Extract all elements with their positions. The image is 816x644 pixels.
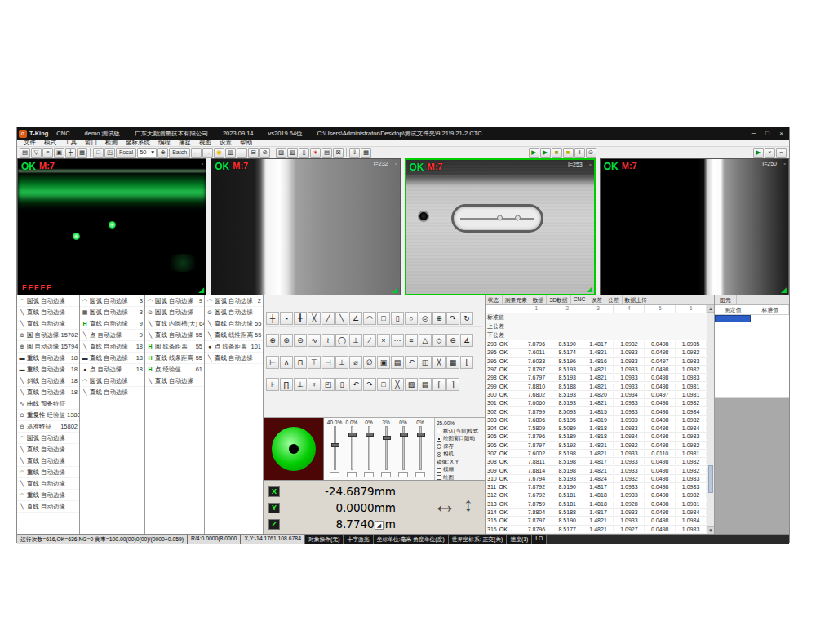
slot-tool[interactable]: ▯ xyxy=(391,312,404,325)
light-bulb-icon[interactable]: ◉ xyxy=(214,148,224,158)
light-slider[interactable]: 0% xyxy=(396,420,410,477)
batch-button[interactable]: Batch xyxy=(169,148,190,158)
symmetry-tool[interactable]: ♀ xyxy=(308,378,321,391)
checkbox-icon[interactable] xyxy=(437,429,441,433)
feature-item[interactable]: ⊙圆弧自动边缘 xyxy=(145,307,204,318)
triangle-tool[interactable]: △ xyxy=(419,334,432,347)
close-tool[interactable]: ╳ xyxy=(391,378,404,391)
table-row[interactable]: 297OK7.87978.51931.48211.09330.04981.098… xyxy=(486,366,707,374)
pause-button[interactable]: ‖ xyxy=(574,148,585,158)
feature-item[interactable]: ╲直线自动边缘 xyxy=(17,444,79,455)
camera-menu-icon[interactable]: ▫ xyxy=(589,162,591,167)
menu-item[interactable]: 设置 xyxy=(216,139,235,147)
feature-item[interactable]: ▬直线自动边缘18 xyxy=(80,353,144,364)
feature-item[interactable]: ●点自动边缘18 xyxy=(80,364,144,375)
feature-item[interactable]: ⊖基准特征15802 xyxy=(17,421,79,433)
feature-item[interactable]: ⊙圆弧自动边缘 xyxy=(205,307,263,318)
window-layout-icon[interactable]: ▣ xyxy=(54,148,64,158)
slider-handle[interactable] xyxy=(417,433,425,437)
feature-item[interactable]: ╲直线自动边缘 xyxy=(17,478,79,490)
dots-tool[interactable]: ⋯ xyxy=(391,334,404,347)
feature-item[interactable]: ●点线条距离101 xyxy=(205,341,263,353)
spring-tool[interactable]: ≀ xyxy=(322,334,335,347)
menu-item[interactable]: 窗口 xyxy=(82,139,100,147)
corner-tool[interactable]: ⌊ xyxy=(460,356,473,369)
perpendicular-tool[interactable]: ⊥ xyxy=(349,334,362,347)
jog-xy-arrow[interactable]: ↔ xyxy=(432,492,457,517)
feature-item[interactable]: ╲直线自动边缘55 xyxy=(205,318,263,330)
file-new-icon[interactable]: ▤ xyxy=(20,148,30,158)
menu-item[interactable]: 文件 xyxy=(20,139,39,147)
crosshair-tool[interactable]: ┼ xyxy=(266,312,279,325)
feature-item[interactable]: ╲直线线性距离55 xyxy=(205,330,263,341)
angle-tool[interactable]: ∠ xyxy=(349,312,362,325)
checkbox-icon[interactable] xyxy=(437,437,441,442)
panel-icon[interactable]: ⊟ xyxy=(248,148,259,158)
magnification-select[interactable]: 50▾ xyxy=(137,148,157,158)
select-icon[interactable]: □ xyxy=(93,148,104,158)
camera-panel-1[interactable]: FFFFF OKM:7▫◢ xyxy=(17,158,206,295)
feature-item[interactable]: ╲斜线自动边缘18 xyxy=(17,375,79,387)
datum-tool[interactable]: ⊥ xyxy=(294,378,307,391)
feature-item[interactable]: ▬重线自动边缘18 xyxy=(17,364,79,375)
light-slider[interactable]: 40.0% xyxy=(327,420,342,477)
feature-item[interactable]: ╲直线自动边缘 xyxy=(80,387,144,398)
light-slider[interactable]: 0% xyxy=(413,420,428,477)
circle-tool[interactable]: ○ xyxy=(405,312,418,325)
feature-item[interactable]: ╲点自动边缘9 xyxy=(80,330,144,341)
table-row[interactable]: 296OK7.60338.51961.48161.09330.04971.098… xyxy=(486,358,707,366)
light-slider[interactable]: 3% xyxy=(379,420,393,477)
table-row[interactable]: 307OK7.60028.51981.48211.09330.01101.098… xyxy=(486,450,707,458)
flower-tool[interactable]: ⊛ xyxy=(280,334,293,347)
undo-tool[interactable]: ↶ xyxy=(405,356,418,369)
flat-icon[interactable]: ▯ xyxy=(299,148,309,158)
slider-track[interactable] xyxy=(368,426,370,470)
gear-tool[interactable]: ⊕ xyxy=(432,312,446,325)
results-tab[interactable]: 误差 xyxy=(588,295,605,304)
bracket-left-tool[interactable]: ⌈ xyxy=(432,378,446,391)
texture2-icon[interactable]: ▧ xyxy=(287,148,298,158)
table-row[interactable]: 302OK7.87998.50931.48151.09330.04981.098… xyxy=(486,407,707,415)
results-tab[interactable]: 公差 xyxy=(605,295,623,304)
focal-button[interactable]: Focal xyxy=(116,148,136,158)
table-row[interactable]: 295OK7.60118.51741.48211.09330.04981.098… xyxy=(486,349,707,357)
feature-item[interactable]: H圆线条距离55 xyxy=(145,341,204,353)
table-row[interactable]: 306OK7.87978.51921.48211.09320.04981.098… xyxy=(486,442,707,450)
play-button[interactable]: ▶ xyxy=(529,148,539,158)
feature-item[interactable]: ◠圆弧自动边缘2 xyxy=(205,295,263,307)
play-step-button[interactable]: ▶ xyxy=(540,148,551,158)
settings-icon[interactable]: ⊙ xyxy=(586,148,596,158)
feature-item[interactable]: ◠圆弧自动边缘 xyxy=(17,433,79,444)
product-tool[interactable]: ∏ xyxy=(280,378,293,391)
menu-item[interactable]: 工具 xyxy=(61,139,80,147)
menu-item[interactable]: 检测 xyxy=(102,139,121,147)
ring-tool[interactable]: ⊕ xyxy=(266,334,279,347)
table-row[interactable]: 305OK7.87968.51891.48181.09340.04981.098… xyxy=(486,433,707,441)
results-tab[interactable]: CNC xyxy=(571,295,589,304)
angle2-tool[interactable]: ∡ xyxy=(460,334,473,347)
hatch-tool[interactable]: ▨ xyxy=(405,378,418,391)
image-tool[interactable]: ▣ xyxy=(377,356,390,369)
table-row[interactable]: 下公差 xyxy=(486,331,707,340)
zoom-percent-value[interactable]: 25.00% xyxy=(437,420,455,426)
rotate-tool[interactable]: ↷ xyxy=(446,312,459,325)
feature-item[interactable]: ◠圆弧自动边缘3 xyxy=(80,295,144,307)
menu-item[interactable]: 帮助 xyxy=(237,139,255,147)
region-icon[interactable]: ◳ xyxy=(104,148,115,158)
zoom-icon[interactable]: ⊘ xyxy=(259,148,270,158)
feature-item[interactable]: ╲直线自动边缘18 xyxy=(17,387,79,398)
light-slider[interactable]: 0.0% xyxy=(344,420,359,477)
axis-z-chip[interactable]: Z xyxy=(268,519,280,530)
zero-axis-button[interactable]: ◢ xyxy=(375,521,384,530)
rows-icon[interactable]: ▤ xyxy=(322,148,332,158)
slider-track[interactable] xyxy=(402,426,405,470)
close-button[interactable]: × xyxy=(775,130,787,137)
slider-track[interactable] xyxy=(419,426,422,470)
selected-cell-highlight[interactable] xyxy=(715,315,751,322)
axis-y-chip[interactable]: Y xyxy=(268,503,280,513)
feature-item[interactable]: ⊖重复性经验值13801 xyxy=(17,410,79,421)
table-row[interactable]: 309OK7.88148.51981.48211.09330.04981.098… xyxy=(486,466,707,474)
camera-resize-grip-icon[interactable]: ◢ xyxy=(781,286,787,294)
table-row[interactable]: 312OK7.67928.51811.48181.09330.04981.098… xyxy=(486,491,707,500)
big-circle-tool[interactable]: ◯ xyxy=(335,334,348,347)
